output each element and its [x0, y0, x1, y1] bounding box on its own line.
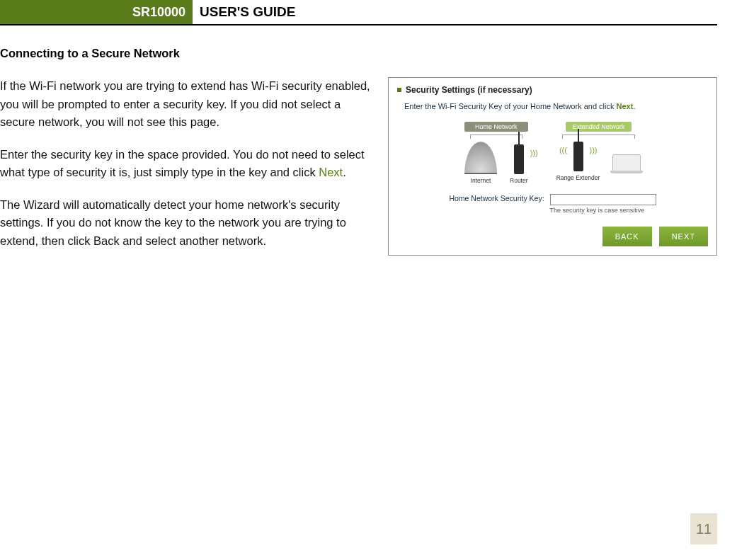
- extended-network-label: Extended Network: [566, 122, 632, 132]
- laptop-icon: [612, 154, 641, 171]
- internet-caption: Internet: [464, 177, 497, 184]
- extender-caption: Range Extender: [556, 174, 600, 181]
- figure-sub-b: .: [633, 102, 635, 110]
- laptop-device: [612, 154, 641, 181]
- security-key-note: The security key is case sensitive: [550, 207, 656, 214]
- page-number: 11: [690, 513, 717, 544]
- figure-subtitle: Enter the Wi-Fi Security Key of your Hom…: [404, 102, 708, 110]
- router-icon: ))): [514, 144, 524, 174]
- home-network-group: Home Network Internet ))) Router: [464, 119, 528, 184]
- figure-sub-next: Next: [617, 102, 634, 110]
- router-device: ))) Router: [510, 144, 528, 184]
- back-button[interactable]: BACK: [602, 227, 652, 246]
- wifi-waves-icon: ))): [590, 146, 598, 154]
- security-key-row: Home Network Security Key: The security …: [397, 194, 708, 214]
- header-title: USER'S GUIDE: [193, 0, 295, 24]
- laptop-caption: [612, 174, 641, 181]
- internet-device: Internet: [464, 142, 497, 184]
- extender-device: ))) ))) Range Extender: [556, 142, 600, 181]
- next-button[interactable]: NEXT: [659, 227, 708, 246]
- figure-title: Security Settings (if necessary): [406, 85, 532, 95]
- paragraph-2b: .: [343, 166, 346, 178]
- figure-buttons: BACK NEXT: [397, 227, 708, 246]
- extender-icon: ))) ))): [573, 142, 583, 171]
- wifi-waves-icon: ))): [559, 146, 567, 154]
- page-content: Connecting to a Secure Network Security …: [0, 25, 737, 251]
- page-header: SR10000 USER'S GUIDE: [0, 0, 717, 25]
- network-diagram: Home Network Internet ))) Router: [397, 119, 708, 184]
- wifi-waves-icon: ))): [530, 149, 538, 157]
- figure-sub-a: Enter the Wi-Fi Security Key of your Hom…: [404, 102, 617, 110]
- router-caption: Router: [510, 177, 528, 184]
- header-model: SR10000: [0, 0, 193, 24]
- home-network-label: Home Network: [464, 122, 528, 132]
- bullet-icon: [397, 88, 401, 92]
- extended-network-group: Extended Network ))) ))) Range Extender: [556, 119, 641, 184]
- paragraph-2-next: Next: [319, 166, 343, 178]
- paragraph-2a: Enter the security key in the space prov…: [0, 148, 365, 179]
- globe-icon: [464, 142, 497, 174]
- security-key-label: Home Network Security Key:: [449, 194, 544, 202]
- screenshot-figure: Security Settings (if necessary) Enter t…: [388, 77, 717, 256]
- section-heading: Connecting to a Secure Network: [0, 47, 717, 60]
- security-key-input[interactable]: [550, 194, 656, 205]
